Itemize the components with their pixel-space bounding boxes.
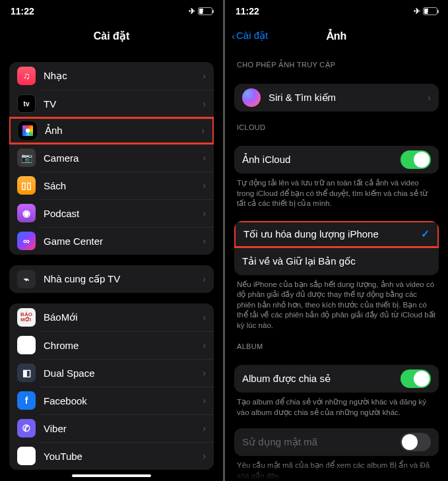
settings-row-tvprov[interactable]: ⌁Nhà cung cấp TV› — [9, 265, 214, 293]
row-label: Tải về và Giữ lại Bản gốc — [242, 255, 431, 267]
baomoi-icon: BÁO MỚI — [17, 308, 36, 327]
tvprovider-icon: ⌁ — [17, 270, 36, 288]
battery-icon: 27 — [198, 7, 212, 15]
settings-row-nhac[interactable]: ♫Nhạc› — [9, 62, 214, 90]
optimize-storage-row[interactable]: Tối ưu hóa dung lượng iPhone ✓ — [234, 221, 439, 248]
settings-row-camera[interactable]: 📷Camera› — [9, 144, 214, 172]
chevron-right-icon: › — [203, 180, 206, 191]
toggle-switch[interactable] — [400, 433, 431, 451]
viber-icon: ✆ — [17, 419, 36, 437]
chevron-right-icon: › — [203, 340, 206, 350]
chevron-right-icon: › — [203, 451, 206, 461]
chevron-right-icon: › — [203, 208, 206, 218]
section-header-album: ALBUM — [234, 331, 439, 354]
airplane-icon: ✈ — [414, 7, 420, 16]
settings-row-gc[interactable]: ∞Game Center› — [9, 227, 214, 255]
music-icon: ♫ — [17, 67, 36, 85]
chevron-right-icon: › — [428, 92, 431, 103]
section-footer: Tạo album để chia sẻ với những người khá… — [234, 393, 439, 418]
toggle-switch[interactable] — [400, 150, 431, 169]
chevron-right-icon: › — [203, 274, 206, 284]
settings-screen: 11:22 ✈ 27 Cài đặt ♫Nhạc›tvTV›Ảnh›📷Camer… — [0, 0, 223, 481]
settings-row-tv[interactable]: tvTV› — [9, 90, 214, 117]
download-originals-row[interactable]: Tải về và Giữ lại Bản gốc — [234, 247, 439, 275]
row-label: Dual Space — [44, 368, 195, 379]
settings-row-sach[interactable]: ▯▯Sách› — [9, 172, 214, 199]
status-bar: 11:22 ✈ 27 — [0, 0, 223, 22]
row-label: Chrome — [44, 340, 195, 351]
row-label: Nhạc — [44, 70, 195, 82]
row-label: Tối ưu hóa dung lượng iPhone — [243, 228, 413, 240]
back-button[interactable]: ‹ Cài đặt — [232, 30, 268, 42]
icloud-photos-toggle-row[interactable]: Ảnh iCloud — [234, 146, 439, 174]
row-label: Sách — [44, 180, 195, 191]
row-label: BáoMới — [44, 311, 195, 323]
settings-row-dual[interactable]: ◧Dual Space› — [9, 359, 214, 387]
row-label: Ảnh — [45, 125, 193, 137]
row-label: Game Center — [44, 236, 195, 247]
settings-row-fb[interactable]: fFacebook› — [9, 387, 214, 414]
facebook-icon: f — [17, 391, 36, 410]
settings-row-chrome[interactable]: ◉Chrome› — [9, 331, 214, 359]
settings-row-anh[interactable]: Ảnh› — [9, 117, 214, 144]
row-label: Nhà cung cấp TV — [44, 273, 195, 285]
youtube-icon: ▶ — [17, 447, 36, 465]
row-label: YouTube — [44, 451, 195, 462]
settings-row-yt[interactable]: ▶YouTube› — [9, 442, 214, 470]
row-label: Viber — [44, 423, 195, 434]
airplane-icon: ✈ — [189, 7, 195, 16]
row-label: Sử dụng mật mã — [242, 436, 393, 448]
section-header-icloud: ICLOUD — [234, 112, 439, 135]
chrome-icon: ◉ — [17, 336, 36, 354]
tv-icon: tv — [17, 94, 36, 113]
camera-icon: 📷 — [17, 148, 36, 167]
chevron-right-icon: › — [203, 152, 206, 163]
nav-header: Cài đặt — [0, 22, 223, 49]
use-passcode-toggle-row[interactable]: Sử dụng mật mã — [234, 428, 439, 456]
nav-header: ‹ Cài đặt Ảnh — [225, 22, 448, 49]
home-indicator[interactable] — [72, 474, 151, 477]
row-label: Ảnh iCloud — [242, 154, 393, 166]
row-label: Camera — [44, 152, 195, 164]
shared-albums-toggle-row[interactable]: Album được chia sẻ — [234, 365, 439, 393]
status-time: 11:22 — [11, 6, 34, 16]
books-icon: ▯▯ — [17, 176, 36, 195]
status-bar: 11:22 ✈ 27 — [225, 0, 448, 22]
section-footer: Nếu iPhone của bạn sắp hết dung lượng, ả… — [234, 275, 439, 331]
gamecenter-icon: ∞ — [17, 232, 36, 250]
checkmark-icon: ✓ — [421, 228, 430, 240]
status-time: 11:22 — [236, 6, 259, 16]
chevron-right-icon: › — [203, 368, 206, 378]
section-header-access: CHO PHÉP ẢNH TRUY CẬP — [234, 49, 439, 73]
page-title: Cài đặt — [94, 30, 129, 42]
photos-icon — [18, 121, 37, 140]
chevron-left-icon: ‹ — [232, 30, 235, 42]
siri-icon — [242, 88, 261, 107]
chevron-right-icon: › — [203, 236, 206, 246]
chevron-right-icon: › — [203, 395, 206, 406]
chevron-right-icon: › — [201, 125, 205, 136]
dualspace-icon: ◧ — [17, 364, 36, 382]
toggle-switch[interactable] — [400, 369, 431, 388]
section-footer: Yêu cầu mật mã của bạn để xem các album … — [234, 456, 439, 481]
podcast-icon: ◉ — [17, 204, 36, 222]
photos-settings-screen: 11:22 ✈ 27 ‹ Cài đặt Ảnh CHO PHÉP ẢNH TR… — [225, 0, 448, 481]
page-title: Ảnh — [327, 30, 347, 42]
back-label: Cài đặt — [236, 30, 268, 42]
chevron-right-icon: › — [203, 98, 206, 109]
row-label: Siri & Tìm kiếm — [269, 92, 420, 104]
chevron-right-icon: › — [203, 312, 206, 323]
chevron-right-icon: › — [203, 423, 206, 433]
settings-row-viber[interactable]: ✆Viber› — [9, 414, 214, 442]
section-footer: Tự động tải lên và lưu trữ an toàn tất c… — [234, 174, 439, 209]
row-label: Album được chia sẻ — [242, 373, 393, 385]
row-label: Facebook — [44, 395, 195, 406]
settings-row-baomoi[interactable]: BÁO MỚIBáoMới› — [9, 304, 214, 331]
row-label: TV — [44, 98, 195, 110]
chevron-right-icon: › — [203, 71, 206, 81]
battery-icon: 27 — [423, 7, 437, 15]
siri-search-row[interactable]: Siri & Tìm kiếm › — [234, 84, 439, 112]
row-label: Podcast — [44, 208, 195, 219]
settings-row-podcast[interactable]: ◉Podcast› — [9, 199, 214, 227]
